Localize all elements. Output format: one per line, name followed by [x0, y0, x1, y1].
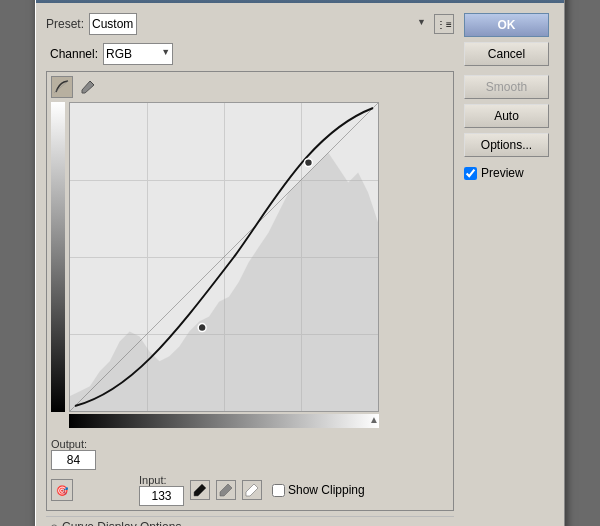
curve-tool-button[interactable]: [51, 76, 73, 98]
preset-label: Preset:: [46, 17, 84, 31]
curve-area: Output: 🎯 Input:: [46, 71, 454, 511]
input-label: Input:: [139, 474, 184, 486]
ok-button[interactable]: OK: [464, 13, 549, 37]
input-section: Input:: [139, 474, 184, 506]
svg-point-4: [304, 159, 312, 167]
preview-label: Preview: [481, 166, 524, 180]
output-area: Output:: [51, 438, 96, 470]
preset-select[interactable]: Custom: [89, 13, 137, 35]
input-field[interactable]: [139, 486, 184, 506]
curve-display-label: Curve Display Options: [62, 520, 181, 526]
gray-point-eyedropper[interactable]: [216, 480, 236, 500]
pencil-tool-button[interactable]: [77, 76, 99, 98]
channel-wrapper: RGB Red Green Blue: [103, 43, 173, 65]
curve-box-container: [69, 102, 379, 428]
curves-dialog: Curves ⬜ ✕ Preset: Custom ⋮≡ Channel:: [35, 0, 565, 526]
bottom-row: 🎯 Input: Sh: [51, 474, 449, 506]
curve-and-left: [51, 102, 449, 428]
preview-checkbox[interactable]: [464, 167, 477, 180]
left-panel: Preset: Custom ⋮≡ Channel: RGB Red Green…: [46, 13, 454, 526]
svg-line-2: [70, 103, 378, 411]
auto-button[interactable]: Auto: [464, 104, 549, 128]
curve-display-options-row: ⊙ Curve Display Options: [46, 516, 454, 526]
svg-point-3: [198, 324, 206, 332]
curve-box[interactable]: [69, 102, 379, 412]
show-clipping-checkbox[interactable]: [272, 484, 285, 497]
show-clipping-row: Show Clipping: [272, 483, 365, 497]
channel-label: Channel:: [50, 47, 98, 61]
show-clipping-label: Show Clipping: [288, 483, 365, 497]
preset-row: Preset: Custom ⋮≡: [46, 13, 454, 35]
curve-overlay: [70, 103, 378, 411]
dialog-body: Preset: Custom ⋮≡ Channel: RGB Red Green…: [36, 3, 564, 526]
svg-line-0: [54, 81, 68, 93]
tool-row: [51, 76, 449, 98]
smooth-button[interactable]: Smooth: [464, 75, 549, 99]
expand-icon[interactable]: ⊙: [50, 522, 58, 527]
black-point-eyedropper[interactable]: [190, 480, 210, 500]
output-input[interactable]: [51, 450, 96, 470]
input-gradient-bar: [69, 414, 379, 428]
channel-row: Channel: RGB Red Green Blue: [50, 43, 454, 65]
output-label: Output:: [51, 438, 96, 450]
preview-row: Preview: [464, 166, 554, 180]
white-point-eyedropper[interactable]: [242, 480, 262, 500]
output-gradient-bar: [51, 102, 65, 412]
preset-options-icon[interactable]: ⋮≡: [434, 14, 454, 34]
target-adjust-button[interactable]: 🎯: [51, 479, 73, 501]
right-panel: OK Cancel Smooth Auto Options... Preview: [464, 13, 554, 526]
preset-wrapper: Custom: [89, 13, 429, 35]
channel-select[interactable]: RGB Red Green Blue: [103, 43, 173, 65]
cancel-button[interactable]: Cancel: [464, 42, 549, 66]
options-button[interactable]: Options...: [464, 133, 549, 157]
